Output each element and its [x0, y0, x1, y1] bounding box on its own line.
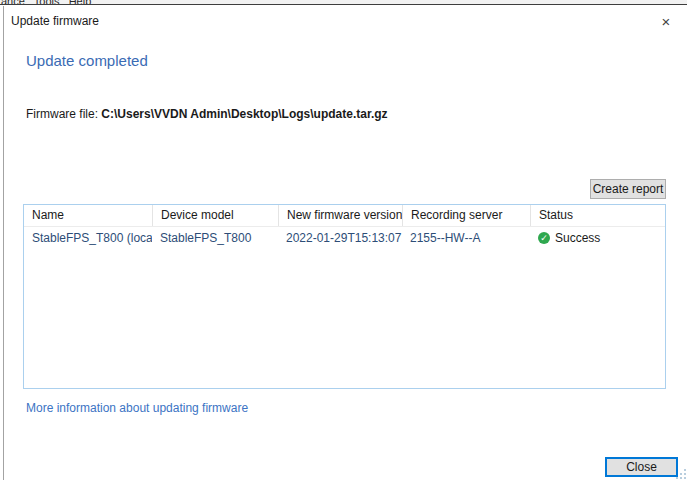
table-row[interactable]: StableFPS_T800 (localh... StableFPS_T800…: [24, 227, 665, 249]
update-completed-heading: Update completed: [26, 52, 148, 69]
create-report-button[interactable]: Create report: [590, 179, 666, 199]
update-firmware-dialog: Update firmware × Update completed Firmw…: [3, 6, 687, 480]
dialog-title: Update firmware: [11, 14, 99, 28]
column-header-status[interactable]: Status: [530, 205, 665, 226]
success-check-icon: ✓: [538, 232, 550, 244]
table-header-row: Name Device model New firmware version R…: [24, 205, 665, 227]
cell-recording-server: 2155--HW--A: [402, 227, 530, 249]
close-button[interactable]: Close: [605, 457, 678, 477]
firmware-file-line: Firmware file: C:\Users\VVDN Admin\Deskt…: [26, 107, 388, 121]
firmware-file-label: Firmware file:: [26, 107, 101, 121]
background-menu-bar: ance Tools Help: [0, 0, 687, 5]
status-text: Success: [555, 227, 600, 249]
firmware-file-path: C:\Users\VVDN Admin\Desktop\Logs\update.…: [101, 107, 387, 121]
cell-new-firmware-version: 2022-01-29T15:13:07.7...: [278, 227, 402, 249]
close-icon[interactable]: ×: [655, 11, 677, 33]
column-header-recording-server[interactable]: Recording server: [402, 205, 530, 226]
column-header-name[interactable]: Name: [24, 205, 152, 226]
cell-device-model: StableFPS_T800: [152, 227, 278, 249]
firmware-results-table[interactable]: Name Device model New firmware version R…: [23, 204, 666, 389]
cell-status: ✓ Success: [530, 227, 665, 249]
column-header-device-model[interactable]: Device model: [152, 205, 278, 226]
dialog-titlebar[interactable]: Update firmware ×: [4, 6, 687, 36]
resize-grip-icon[interactable]: [676, 469, 686, 479]
column-header-new-firmware-version[interactable]: New firmware version: [278, 205, 402, 226]
background-menu-fragment: ance Tools Help: [0, 0, 687, 5]
more-information-link[interactable]: More information about updating firmware: [26, 401, 248, 415]
cell-name: StableFPS_T800 (localh...: [24, 227, 152, 249]
